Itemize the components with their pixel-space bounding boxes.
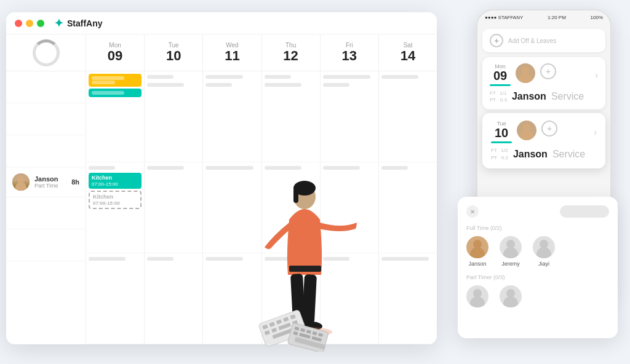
- card-date-mon: Mon 09: [490, 63, 511, 86]
- sidebar-header: [6, 34, 86, 71]
- sidebar-empty-row-3: [6, 135, 86, 167]
- close-icon[interactable]: ✕: [466, 205, 479, 218]
- employee-row: Janson Part Time 8h: [6, 167, 86, 197]
- chevron-right-icon-mon[interactable]: ›: [595, 70, 598, 80]
- day-num-mon: 09: [108, 49, 122, 63]
- avatar-name-jiayi: Jiayi: [538, 261, 549, 267]
- add-off-label: Add Off & Leaves: [508, 38, 556, 44]
- placeholder-bar: [147, 83, 184, 87]
- cal-cell-mon-3: [86, 253, 144, 344]
- card-service-tue: Service: [552, 149, 585, 160]
- day-num-sat: 14: [401, 49, 415, 63]
- svg-rect-2: [293, 188, 298, 203]
- employee-item-jiayi[interactable]: Jiayi: [533, 236, 555, 267]
- placeholder-bar: [147, 75, 173, 79]
- avatar-pt1: [466, 285, 488, 307]
- placeholder-bar: [381, 75, 418, 79]
- cal-header-mon: Mon 09: [86, 34, 144, 71]
- sidebar-empty-row-2: [6, 103, 86, 135]
- cal-cell-thu-1: [262, 71, 320, 162]
- titlebar: ✦ StaffAny: [6, 12, 437, 34]
- cal-cell-tue-2: [145, 162, 202, 253]
- logo-text: StaffAny: [67, 18, 103, 28]
- card-day-num-mon: 09: [493, 69, 507, 82]
- placeholder-bar: [147, 257, 173, 261]
- shift-chip-kitchen[interactable]: Kitchen07:00-15:00: [89, 173, 142, 189]
- employee-item-pt2[interactable]: [500, 285, 522, 307]
- card-plus-mon[interactable]: +: [540, 63, 556, 79]
- shift-chip-teal[interactable]: [89, 89, 142, 97]
- placeholder-bar: [147, 166, 184, 170]
- day-num-thu: 12: [283, 49, 298, 63]
- shift-chip-yellow[interactable]: [89, 74, 142, 87]
- keyboard-illustration: [258, 303, 332, 352]
- placeholder-bar: [381, 257, 429, 261]
- avatar-figure: [12, 173, 30, 191]
- cal-cell-mon-2: Kitchen07:00-15:00 Kitchen07:00-15:00: [86, 162, 144, 253]
- desktop-window: ✦ StaffAny: [6, 12, 437, 344]
- traffic-lights: [15, 20, 44, 27]
- donut-chart: [33, 39, 60, 66]
- tablet-panel: ✕ Full Time (0/2) Janson Jeremy Jiayi Pa…: [458, 197, 618, 338]
- maximize-button[interactable]: [37, 20, 44, 27]
- employee-info: Janson Part Time: [34, 175, 58, 189]
- employee-type: Part Time: [34, 183, 58, 189]
- cal-cell-wed-1: [203, 71, 261, 162]
- calendar-col-tue: Tue 10: [145, 34, 203, 344]
- avatar-jeremy: [500, 236, 522, 258]
- part-time-label: Part Timer (0/3): [466, 274, 609, 280]
- cal-cell-sat-2: [379, 162, 437, 253]
- cal-cell-tue-3: [145, 253, 202, 344]
- avatar-jiayi: [533, 236, 555, 258]
- minimize-button[interactable]: [26, 20, 33, 27]
- add-icon: +: [490, 34, 503, 47]
- day-num-wed: 11: [225, 49, 239, 63]
- schedule-card-mon[interactable]: Mon 09 + › FT 1/1 PT 0.3 Janson Service: [482, 57, 605, 109]
- card-service-mon: Service: [551, 91, 584, 102]
- employee-name: Janson: [34, 175, 58, 183]
- status-bar: ●●●● STAFFANY 1:20 PM 100%: [477, 10, 610, 24]
- avatar-name-janson: Janson: [468, 261, 486, 267]
- placeholder-bar: [323, 83, 349, 87]
- cal-header-sat: Sat 14: [379, 34, 437, 71]
- time-text: 1:20 PM: [548, 15, 566, 20]
- card-date-tue: Tue 10: [491, 121, 512, 143]
- placeholder-bar: [265, 166, 301, 170]
- card-name-mon: Janson: [512, 91, 546, 102]
- day-num-fri: 13: [342, 49, 357, 63]
- placeholder-bar: [323, 75, 371, 79]
- employee-item-jeremy[interactable]: Jeremy: [500, 236, 522, 267]
- card-name-tue: Janson: [513, 149, 548, 160]
- card-top-tue: Tue 10 + ›: [491, 121, 597, 143]
- card-plus-tue[interactable]: +: [541, 121, 557, 136]
- placeholder-bar: [205, 166, 253, 170]
- sidebar-column: Janson Part Time 8h: [6, 34, 86, 344]
- placeholder-bar: [89, 166, 115, 170]
- placeholder-bar: [265, 75, 291, 79]
- calendar-area: Janson Part Time 8h Mon: [6, 34, 437, 344]
- placeholder-bar: [205, 75, 242, 79]
- cal-cell-fri-1: [321, 71, 378, 162]
- day-num-tue: 10: [166, 49, 181, 63]
- add-off-bar[interactable]: + Add Off & Leaves: [482, 29, 605, 52]
- cal-cell-sat-3: [379, 253, 437, 344]
- sidebar-empty-row-4: [6, 197, 86, 229]
- cal-header-fri: Fri 13: [321, 34, 378, 71]
- card-day-num-tue: 10: [495, 127, 508, 139]
- shift-chip-dashed[interactable]: Kitchen07:00-15:00: [89, 191, 142, 209]
- close-button[interactable]: [15, 20, 22, 27]
- card-dot-line-mon: [490, 84, 511, 86]
- employee-item-janson[interactable]: Janson: [466, 236, 488, 267]
- employee-hours: 8h: [71, 178, 79, 186]
- signal-text: ●●●● STAFFANY: [485, 15, 523, 20]
- full-time-avatars: Janson Jeremy Jiayi: [466, 236, 609, 267]
- chevron-right-icon-tue[interactable]: ›: [594, 127, 597, 137]
- schedule-card-tue[interactable]: Tue 10 + › FT 1/2 PT 0.2 Janson Service: [482, 113, 605, 168]
- avatar-pt2: [500, 285, 522, 307]
- placeholder-bar: [323, 166, 360, 170]
- full-time-label: Full Time (0/2): [466, 225, 609, 231]
- card-bottom-tue: FT 1/2 PT 0.2 Janson Service: [491, 147, 597, 160]
- employee-item-pt1[interactable]: [466, 285, 488, 307]
- part-time-avatars: [466, 285, 609, 307]
- sidebar-empty-row-1: [6, 71, 86, 103]
